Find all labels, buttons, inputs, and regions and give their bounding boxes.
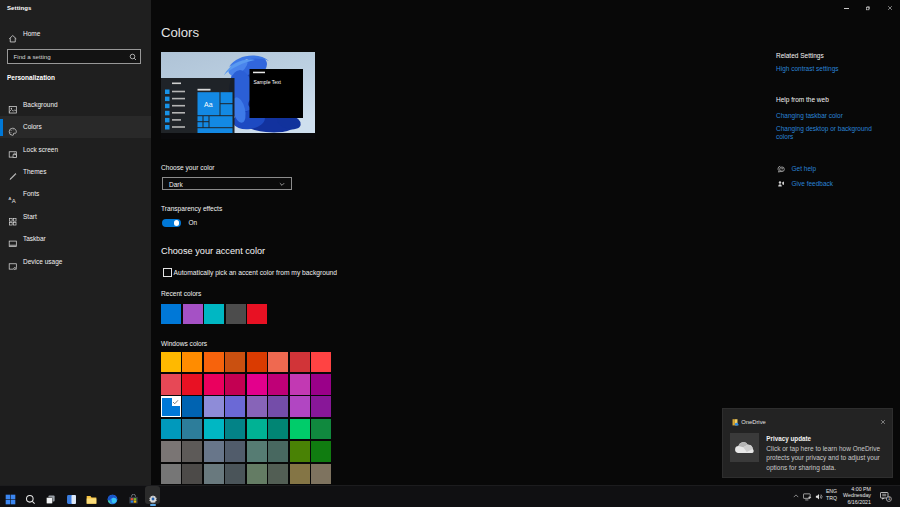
svg-text:A: A bbox=[12, 197, 16, 203]
svg-text:Sample Text: Sample Text bbox=[254, 79, 282, 85]
svg-text:A: A bbox=[8, 196, 11, 201]
svg-text:Aa: Aa bbox=[204, 101, 213, 108]
